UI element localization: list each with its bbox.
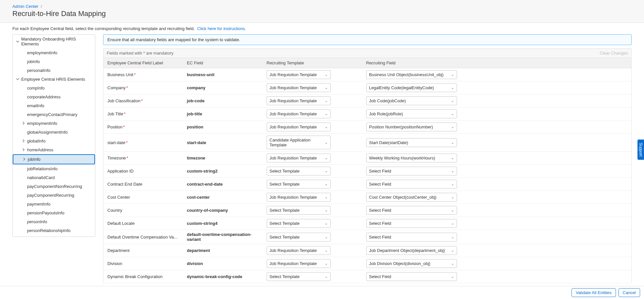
recruiting-field-dropdown[interactable]: Select Field⌄	[366, 272, 457, 281]
tree-item-label: paymentInfo	[27, 202, 51, 207]
tree-group-header[interactable]: Mandatory Onboarding HRIS Elements	[13, 35, 95, 48]
dropdown-value: Start Date(startDate)	[369, 140, 408, 145]
recruiting-template-dropdown[interactable]: Select Template⌄	[267, 272, 331, 281]
recruiting-template-dropdown[interactable]: Select Template⌄	[267, 206, 331, 215]
cell-label: Default Overtime Compensation Va...	[103, 230, 183, 244]
tree-item-emergencyContactPrimary[interactable]: emergencyContactPrimary	[13, 110, 95, 119]
cell-label: start-date*	[103, 134, 183, 152]
tree-item-label: globalAssignmentInfo	[27, 130, 68, 135]
tree-item-label: corporateAddress	[27, 94, 61, 99]
tree-item-pensionPayoutsInfo[interactable]: pensionPayoutsInfo	[13, 208, 95, 217]
tree-item-corporateAddress[interactable]: corporateAddress	[13, 92, 95, 101]
dropdown-value: Position Number(positionNumber)	[369, 125, 433, 129]
chevron-down-icon: ⌄	[451, 169, 454, 173]
recruiting-field-dropdown[interactable]: Job Department Object(department_obj)⌄	[366, 246, 457, 255]
recruiting-field-dropdown[interactable]: Select Field⌄	[366, 233, 457, 241]
dropdown-value: Job Requisition Template	[270, 98, 317, 103]
recruiting-template-dropdown[interactable]: Job Requisition Template⌄	[267, 70, 331, 79]
tree-item-jobRelationsInfo[interactable]: jobRelationsInfo	[13, 164, 95, 173]
recruiting-field-dropdown[interactable]: Start Date(startDate)⌄	[366, 138, 457, 147]
th-rfield: Recruiting Field	[362, 58, 632, 68]
cell-label: Default Locale	[103, 217, 183, 230]
tree-item-compInfo[interactable]: compInfo	[13, 84, 95, 92]
chevron-down-icon: ⌄	[451, 86, 454, 90]
recruiting-field-dropdown[interactable]: Job Code(jobCode)⌄	[366, 96, 457, 105]
chevron-down-icon: ⌄	[451, 208, 454, 212]
tree-group-header[interactable]: Employee Central HRIS Elements	[13, 75, 95, 84]
recruiting-field-dropdown[interactable]: Cost Center Object(costCenter_obj)⌄	[366, 193, 457, 202]
tree-item-nationalIdCard[interactable]: nationalIdCard	[13, 173, 95, 182]
tree-item-payComponentRecurring[interactable]: payComponentRecurring	[13, 191, 95, 200]
required-indicator: *	[126, 140, 128, 145]
recruiting-field-dropdown[interactable]: Job Division Object(division_obj)⌄	[366, 259, 457, 268]
chevron-down-icon	[16, 39, 19, 44]
chevron-right-icon	[22, 121, 25, 126]
recruiting-template-dropdown[interactable]: Select Template⌄	[267, 180, 331, 189]
dropdown-value: Select Field	[369, 208, 391, 213]
recruiting-field-dropdown[interactable]: Business Unit Object(businessUnit_obj)⌄	[366, 70, 457, 79]
tree-item-paymentInfo[interactable]: paymentInfo	[13, 200, 95, 208]
tree-item-globalInfo[interactable]: globalInfo	[13, 137, 95, 145]
cell-ecfield: timezone	[183, 152, 263, 165]
recruiting-template-dropdown[interactable]: Job Requisition Template⌄	[267, 246, 331, 255]
recruiting-field-dropdown[interactable]: Select Field⌄	[366, 167, 457, 175]
dropdown-value: Job Requisition Template	[270, 156, 317, 160]
tree-item-emailInfo[interactable]: emailInfo	[13, 101, 95, 110]
cell-ecfield: job-title	[183, 108, 263, 121]
recruiting-field-dropdown[interactable]: Position Number(positionNumber)⌄	[366, 123, 457, 131]
support-tab[interactable]: Support	[637, 139, 644, 159]
recruiting-template-dropdown[interactable]: Select Template⌄	[267, 167, 331, 175]
dropdown-value: Job Requisition Template	[270, 72, 317, 77]
tree-item-personalInfo[interactable]: personalInfo	[13, 235, 95, 237]
required-indicator: *	[124, 111, 125, 116]
recruiting-field-dropdown[interactable]: LegalEntity Code(legalEntityCode)⌄	[366, 83, 457, 92]
recruiting-template-dropdown[interactable]: Select Template⌄	[267, 233, 331, 241]
cell-ecfield: position	[183, 121, 263, 134]
tree-item-personRelationshipInfo[interactable]: personRelationshipInfo	[13, 226, 95, 235]
table-row: Dynamic Break Configurationdynamic-break…	[103, 270, 632, 283]
chevron-down-icon: ⌄	[325, 141, 328, 145]
cell-ecfield: start-date	[183, 134, 263, 152]
recruiting-field-dropdown[interactable]: Job Role(jobRole)⌄	[366, 109, 457, 118]
dropdown-value: Select Field	[369, 182, 391, 187]
tree-item-jobInfo[interactable]: jobInfo	[13, 57, 95, 66]
recruiting-template-dropdown[interactable]: Job Requisition Template⌄	[267, 96, 331, 105]
recruiting-field-dropdown[interactable]: Weekly Working Hours(workHours)⌄	[366, 154, 457, 162]
tree-item-homeAddress[interactable]: homeAddress	[13, 145, 95, 154]
dropdown-value: Job Requisition Template	[270, 195, 317, 200]
recruiting-field-dropdown[interactable]: Select Field⌄	[366, 219, 457, 228]
clear-changes-link[interactable]: Clear Changes	[600, 51, 628, 56]
table-row: Default Localecustom-string4Select Templ…	[103, 217, 632, 230]
instructions-link[interactable]: Click here for instructions.	[197, 26, 246, 31]
tree-item-globalAssignmentInfo[interactable]: globalAssignmentInfo	[13, 128, 95, 137]
recruiting-template-dropdown[interactable]: Candidate Application Template⌄	[267, 136, 331, 149]
recruiting-template-dropdown[interactable]: Job Requisition Template⌄	[267, 154, 331, 162]
recruiting-template-dropdown[interactable]: Job Requisition Template⌄	[267, 123, 331, 131]
mapping-table: Employee Central Field Label EC Field Re…	[103, 58, 632, 283]
recruiting-template-dropdown[interactable]: Job Requisition Template⌄	[267, 109, 331, 118]
tree-item-label: personInfo	[27, 219, 47, 224]
tree-item-employmentInfo[interactable]: employmentInfo	[13, 48, 95, 57]
recruiting-template-dropdown[interactable]: Select Template⌄	[267, 219, 331, 228]
dropdown-value: Select Template	[270, 169, 300, 174]
cell-ecfield: dynamic-break-config-code	[183, 270, 263, 283]
sidebar-tree[interactable]: Mandatory Onboarding HRIS Elementsemploy…	[12, 34, 95, 237]
recruiting-template-dropdown[interactable]: Job Requisition Template⌄	[267, 193, 331, 202]
breadcrumb-root[interactable]: Admin Center	[12, 4, 38, 9]
tree-item-personInfo[interactable]: personInfo	[13, 217, 95, 226]
tree-item-employmentInfo[interactable]: employmentInfo	[13, 119, 95, 128]
tree-item-personalInfo[interactable]: personalInfo	[13, 66, 95, 75]
recruiting-template-dropdown[interactable]: Job Requisition Template⌄	[267, 83, 331, 92]
th-rtemplate: Recruiting Template	[263, 58, 362, 68]
recruiting-template-dropdown[interactable]: Job Requisition Template⌄	[267, 259, 331, 268]
tree-item-payComponentNonRecurring[interactable]: payComponentNonRecurring	[13, 182, 95, 191]
cell-label: Division	[103, 257, 183, 270]
required-indicator: *	[134, 72, 135, 77]
recruiting-field-dropdown[interactable]: Select Field⌄	[366, 180, 457, 189]
chevron-down-icon: ⌄	[451, 261, 454, 266]
subhead: For each Employee Central field, select …	[0, 23, 644, 34]
recruiting-field-dropdown[interactable]: Select Field⌄	[366, 206, 457, 215]
tree-item-jobInfo[interactable]: jobInfo	[13, 154, 95, 164]
table-row: Contract End Datecontract-end-dateSelect…	[103, 178, 632, 191]
chevron-down-icon: ⌄	[325, 112, 328, 116]
